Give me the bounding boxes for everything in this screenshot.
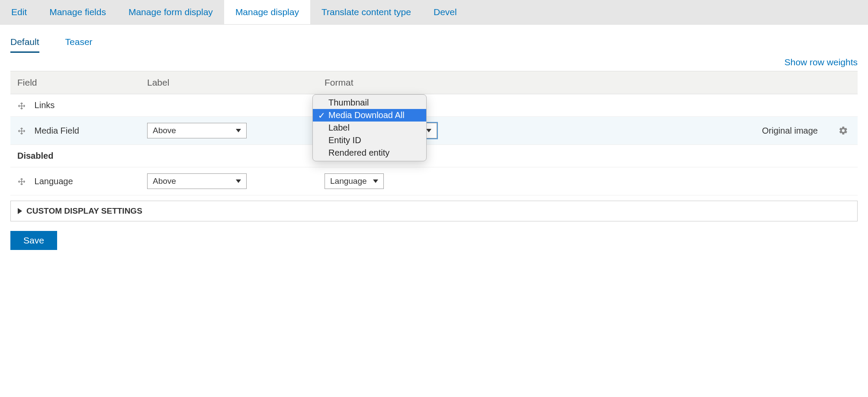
tab-manage-form-display[interactable]: Manage form display bbox=[117, 0, 224, 24]
custom-display-settings-summary[interactable]: CUSTOM DISPLAY SETTINGS bbox=[11, 201, 857, 221]
format-summary: Original image bbox=[762, 126, 818, 135]
format-option-thumbnail[interactable]: Thumbnail bbox=[313, 96, 426, 109]
table-row-language: Language Above Language bbox=[10, 167, 858, 195]
drag-handle-icon[interactable] bbox=[17, 127, 26, 135]
label-select-value: Above bbox=[153, 126, 176, 135]
format-select-language[interactable]: Language bbox=[325, 173, 384, 189]
field-name-language: Language bbox=[35, 176, 73, 186]
subtab-default[interactable]: Default bbox=[10, 37, 39, 53]
show-row-weights-link[interactable]: Show row weights bbox=[784, 57, 858, 67]
chevron-down-icon bbox=[236, 129, 241, 132]
format-select-value: Language bbox=[330, 176, 367, 186]
format-option-media-download-all[interactable]: Media Download All bbox=[313, 109, 426, 122]
row-weights-toggle-row: Show row weights bbox=[0, 53, 868, 67]
format-option-entity-id[interactable]: Entity ID bbox=[313, 134, 426, 147]
chevron-down-icon bbox=[426, 129, 431, 132]
custom-display-settings[interactable]: CUSTOM DISPLAY SETTINGS bbox=[10, 201, 858, 221]
subtab-teaser[interactable]: Teaser bbox=[65, 37, 93, 53]
tab-translate-content-type[interactable]: Translate content type bbox=[310, 0, 422, 24]
custom-display-settings-label: CUSTOM DISPLAY SETTINGS bbox=[26, 206, 142, 216]
col-header-label: Label bbox=[140, 71, 318, 94]
col-header-format: Format bbox=[318, 71, 858, 94]
tab-edit[interactable]: Edit bbox=[0, 0, 38, 24]
field-name-media-field: Media Field bbox=[35, 126, 79, 135]
table-row-media-field: Media Field Above Thumbnail bbox=[10, 117, 858, 145]
save-button[interactable]: Save bbox=[10, 231, 57, 250]
col-header-field: Field bbox=[10, 71, 140, 94]
label-select-value: Above bbox=[153, 176, 176, 186]
format-dropdown: Thumbnail Media Download All Label Entit… bbox=[312, 94, 427, 161]
tab-manage-fields[interactable]: Manage fields bbox=[38, 0, 117, 24]
secondary-tabs: Default Teaser bbox=[0, 25, 868, 53]
label-select-media-field[interactable]: Above bbox=[147, 123, 247, 138]
chevron-down-icon bbox=[373, 179, 378, 183]
region-disabled: Disabled bbox=[10, 145, 858, 167]
table-row-links: Links bbox=[10, 94, 858, 117]
drag-handle-icon[interactable] bbox=[17, 177, 26, 186]
label-select-language[interactable]: Above bbox=[147, 173, 247, 189]
gear-icon[interactable] bbox=[839, 126, 851, 135]
display-fields-table: Field Label Format Links bbox=[10, 71, 858, 195]
format-option-rendered-entity[interactable]: Rendered entity bbox=[313, 147, 426, 159]
drag-handle-icon[interactable] bbox=[17, 102, 26, 110]
tab-manage-display[interactable]: Manage display bbox=[224, 0, 310, 24]
chevron-down-icon bbox=[236, 179, 241, 183]
tab-devel[interactable]: Devel bbox=[422, 0, 468, 24]
field-name-links: Links bbox=[35, 100, 55, 110]
primary-tabs: Edit Manage fields Manage form display M… bbox=[0, 0, 868, 25]
format-option-label[interactable]: Label bbox=[313, 122, 426, 134]
